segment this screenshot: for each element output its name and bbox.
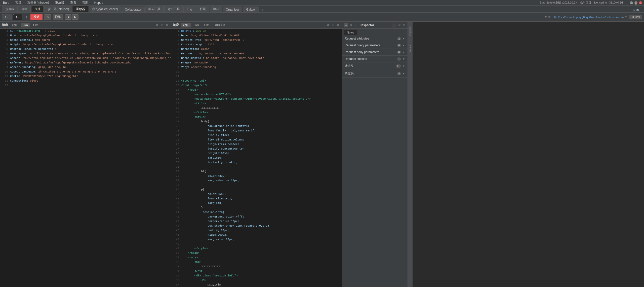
- tab-dashboard[interactable]: 仪表板: [2, 6, 18, 12]
- inspector-section-request-body-parameters[interactable]: Request body parameters0▼: [342, 49, 408, 56]
- expand-arrow-icon: ▼: [403, 37, 405, 40]
- table-row: 11Cookie: PHPSESSID=Qdelp7KZlndgnr38bgjt…: [0, 74, 171, 79]
- table-row: 7Cache-Control: no-store, no-cache, must…: [171, 56, 342, 60]
- table-row: 10: [171, 69, 342, 74]
- table-row: 54 </h1>: [171, 269, 342, 273]
- tab-target[interactable]: 目标: [18, 6, 31, 12]
- tab-proxy[interactable]: 代理: [31, 6, 44, 12]
- request-wrap-icon[interactable]: ↵: [160, 23, 164, 27]
- table-row: 5Upgrade-Insecure-Requests: 1: [0, 47, 171, 51]
- table-row: 55 <div class="session-info">: [171, 273, 342, 278]
- edit-url-icon[interactable]: ✏: [625, 15, 627, 19]
- tab-logger[interactable]: 日志: [183, 6, 196, 12]
- settings-icon[interactable]: ⚙: [632, 9, 635, 12]
- tab-galaxy[interactable]: Galaxy: [243, 7, 259, 12]
- settings-button[interactable]: ⚙: [44, 14, 51, 20]
- repeater-tab-add[interactable]: +: [24, 14, 29, 20]
- inspector-section-request-cookies[interactable]: Request cookies1▼: [342, 56, 408, 62]
- response-menu-icon[interactable]: ≡: [336, 23, 340, 27]
- menu-help[interactable]: 帮助: [81, 0, 89, 5]
- response-tab-pretty[interactable]: 靓仔: [181, 23, 191, 27]
- inspector-layout-icon[interactable]: ⬛: [391, 23, 396, 27]
- menu-burp[interactable]: Burp: [2, 1, 10, 5]
- expand-arrow-icon: ▼: [403, 51, 405, 54]
- request-tab-hex[interactable]: Hex: [31, 23, 40, 27]
- menu-repeater[interactable]: 重放器: [54, 0, 65, 5]
- tab-encoder[interactable]: 编码工具: [145, 6, 164, 12]
- table-row: 26 align-items:center;: [171, 142, 342, 147]
- inspector-view-icon-3[interactable]: ≡: [354, 23, 357, 27]
- next-button[interactable]: ▶: [72, 14, 78, 20]
- table-row: 27 justify-content:center;: [171, 147, 342, 151]
- menu-view[interactable]: 查看: [69, 0, 77, 5]
- inspector-section-request-query-parameters[interactable]: Request query parameters0▼: [342, 42, 408, 49]
- inspector-notes-tab[interactable]: Notes: [344, 30, 357, 35]
- response-tab-hex[interactable]: Hex: [202, 23, 211, 27]
- panels-area: 请求 靓仔 Raw Hex ⧉ ↵ ≡ 1GET /dashboard.php …: [0, 22, 644, 287]
- menu-project[interactable]: 项目: [14, 0, 22, 5]
- request-panel: 请求 靓仔 Raw Hex ⧉ ↵ ≡ 1GET /dashboard.php …: [0, 22, 171, 287]
- inspector-section-request-attributes[interactable]: Request attributes2▼: [342, 35, 408, 42]
- inspector-header: A B ≡ Inspector ⬛ ⚙ ×: [342, 22, 408, 29]
- tab-extensions[interactable]: 扩展: [196, 6, 209, 12]
- expand-arrow-icon: ▼: [403, 72, 405, 75]
- inspector-section-响应头[interactable]: 响应头8▼: [342, 70, 408, 78]
- cancel-button[interactable]: 取消: [53, 14, 63, 20]
- request-panel-title: 请求: [2, 23, 8, 27]
- inspector-settings-icon[interactable]: ⚙: [397, 23, 401, 27]
- inspector-sections: Request attributes2▼Request query parame…: [342, 35, 408, 78]
- response-tab-render[interactable]: 页面渲染: [212, 23, 227, 27]
- table-row: 41 .session-info{: [171, 210, 342, 214]
- inspector-view-icon-2[interactable]: B: [349, 23, 353, 27]
- table-row: 48 }: [171, 242, 342, 246]
- prev-button[interactable]: ◀: [65, 14, 71, 20]
- tab-comparer[interactable]: 对比工具: [164, 6, 183, 12]
- table-row: 6Expires: Thu, 19 Nov 1981 08:52:00 GMT: [171, 51, 342, 56]
- request-tab-pretty[interactable]: 靓仔: [10, 23, 20, 27]
- request-menu-icon[interactable]: ≡: [165, 23, 169, 27]
- table-row: 21 body{: [171, 119, 342, 124]
- inspector-view-icon-1[interactable]: A: [344, 23, 348, 27]
- response-code-editor[interactable]: 1HTTP/1.1 200 OK2Date: Sun, 03 Nov 2024 …: [171, 29, 342, 287]
- maximize-button[interactable]: □: [634, 1, 637, 4]
- table-row: 35 }: [171, 183, 342, 187]
- inspector-section-请求头[interactable]: 请求头11▼: [342, 62, 408, 70]
- table-row: 32 h1{: [171, 169, 342, 174]
- request-copy-icon[interactable]: ⧉: [155, 23, 159, 27]
- table-row: 11: [171, 74, 342, 79]
- table-row: 3Cache-Control: max-age=0: [0, 38, 171, 42]
- minimize-button[interactable]: −: [630, 1, 633, 4]
- search-icon[interactable]: 🔍: [636, 9, 640, 12]
- table-row: 8Pragma: no-cache: [171, 60, 342, 65]
- repeater-tab-1[interactable]: 1 ×: [2, 14, 12, 20]
- table-row: 53 □□□□□□□□□□□□: [171, 264, 342, 269]
- table-row: 34 margin-bottom:20px;: [171, 178, 342, 183]
- tab-learn[interactable]: 学习: [210, 6, 222, 12]
- response-copy-icon[interactable]: ⧉: [326, 23, 330, 27]
- inspector-close-icon[interactable]: ×: [403, 23, 406, 27]
- notes-side-tab[interactable]: Notes: [408, 43, 412, 54]
- window-controls: − □ ×: [630, 1, 642, 4]
- send-button[interactable]: 发送: [30, 14, 43, 20]
- request-tab-raw[interactable]: Raw: [21, 23, 30, 27]
- tab-organizer[interactable]: Organizer: [223, 7, 243, 12]
- table-row: 17 <title>: [171, 101, 342, 106]
- response-wrap-icon[interactable]: ↵: [331, 23, 335, 27]
- tab-collaborator[interactable]: Collaborator: [122, 7, 144, 12]
- tab-intruder[interactable]: 攻击器(Intruder): [44, 6, 72, 12]
- menu-intruder[interactable]: 攻击器(Intruder): [26, 0, 50, 5]
- inspector-panel: A B ≡ Inspector ⬛ ⚙ × Notes Request attr…: [342, 22, 408, 287]
- tab-add-button[interactable]: +: [259, 7, 265, 12]
- repeater-tab-2[interactable]: 2 ×: [13, 14, 23, 20]
- tab-repeater[interactable]: 重放器: [73, 6, 88, 12]
- table-row: 8Referer: http://eci-2zefm3fmppqfg08qe0k…: [0, 60, 171, 65]
- close-button[interactable]: ×: [639, 1, 642, 4]
- tab-sequencer[interactable]: 序列器(Sequencer): [89, 6, 121, 12]
- menu-hopla[interactable]: HopLa: [93, 1, 104, 5]
- inspector-side-tab[interactable]: Inspector: [408, 24, 412, 38]
- table-row: 13: [0, 83, 171, 88]
- http-version-button[interactable]: HTTP/1: [629, 15, 642, 19]
- response-tab-raw[interactable]: Raw: [192, 23, 201, 27]
- navigation-arrows: ◀ ▶: [65, 14, 78, 20]
- request-code-editor[interactable]: 1GET /dashboard.php HTTP/1.12Host: eci-2…: [0, 29, 171, 287]
